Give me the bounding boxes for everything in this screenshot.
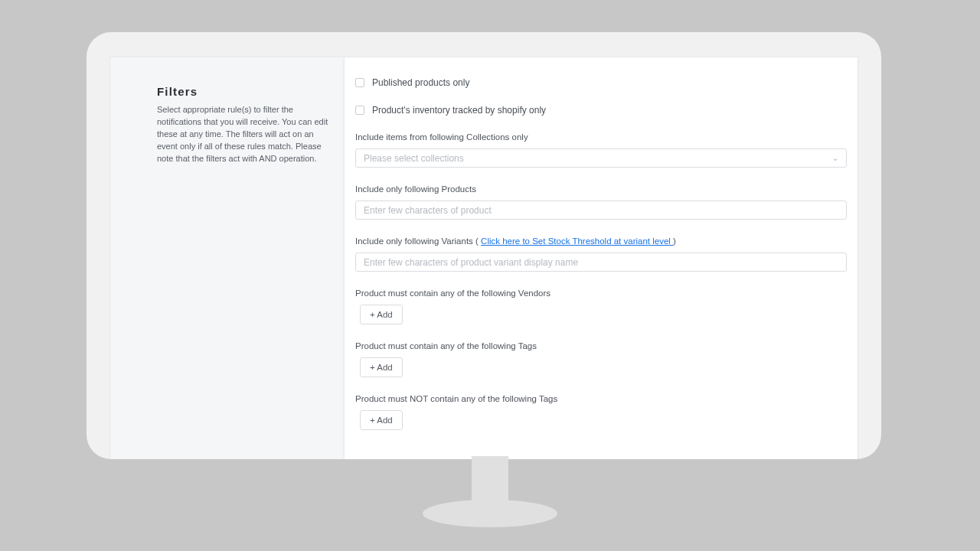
monitor-screen: Filters Select appropriate rule(s) to fi… (87, 32, 881, 459)
add-tag-exclude-button[interactable]: + Add (360, 410, 403, 430)
vendors-section: Product must contain any of the followin… (355, 289, 847, 324)
tags-include-section: Product must contain any of the followin… (355, 341, 847, 377)
products-label: Include only following Products (355, 184, 847, 194)
variants-threshold-link[interactable]: Click here to Set Stock Threshold at var… (481, 236, 673, 246)
chevron-down-icon: ⌄ (832, 154, 838, 162)
products-section: Include only following Products (355, 184, 847, 220)
collections-section: Include items from following Collections… (355, 132, 847, 168)
tags-exclude-section: Product must NOT contain any of the foll… (355, 394, 847, 430)
published-only-checkbox[interactable] (355, 78, 364, 87)
variants-section: Include only following Variants ( Click … (355, 236, 847, 272)
sidebar: Filters Select appropriate rule(s) to fi… (110, 57, 344, 459)
sidebar-description: Select appropriate rule(s) to filter the… (157, 104, 328, 165)
products-input[interactable] (355, 201, 847, 220)
tags-include-label: Product must contain any of the followin… (355, 341, 847, 350)
collections-label: Include items from following Collections… (355, 132, 847, 142)
sidebar-title: Filters (157, 85, 328, 98)
add-tag-include-button[interactable]: + Add (360, 357, 403, 377)
collections-placeholder: Please select collections (364, 153, 464, 164)
tags-exclude-label: Product must NOT contain any of the foll… (355, 394, 847, 403)
collections-select[interactable]: Please select collections ⌄ (355, 148, 847, 168)
monitor-stand-base (423, 500, 557, 527)
inventory-tracked-label: Product's inventory tracked by shopify o… (372, 105, 546, 116)
add-vendor-button[interactable]: + Add (360, 305, 403, 324)
app-canvas: Filters Select appropriate rule(s) to fi… (110, 57, 858, 459)
monitor-mock: Filters Select appropriate rule(s) to fi… (0, 0, 980, 551)
inventory-tracked-checkbox[interactable] (355, 106, 364, 115)
published-only-label: Published products only (372, 77, 469, 88)
inventory-tracked-row: Product's inventory tracked by shopify o… (355, 105, 847, 116)
variants-input[interactable] (355, 253, 847, 272)
published-only-row: Published products only (355, 77, 847, 88)
variants-label-prefix: Include only following Variants ( (355, 236, 481, 246)
variants-label: Include only following Variants ( Click … (355, 236, 847, 246)
filters-form: Published products only Product's invent… (344, 57, 858, 459)
vendors-label: Product must contain any of the followin… (355, 289, 847, 298)
variants-label-suffix: ) (673, 236, 676, 246)
